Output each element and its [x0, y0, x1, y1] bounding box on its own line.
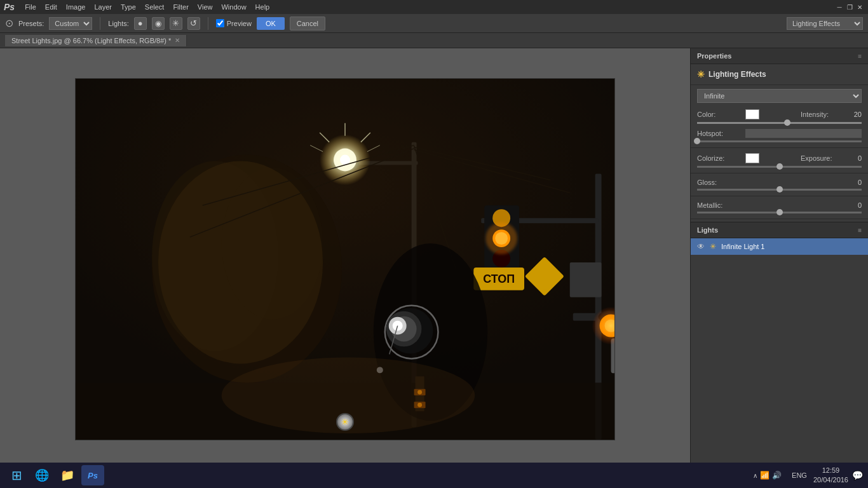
document-canvas[interactable]: СТОП	[75, 78, 615, 440]
notification-icon[interactable]: 💬	[852, 470, 863, 480]
intensity-label: Intensity:	[801, 111, 845, 118]
lights-header-left: Lights	[697, 226, 718, 234]
clock-time: 12:59	[813, 466, 848, 475]
window-controls: ─ ❐ ✕	[835, 3, 864, 11]
colorize-swatch[interactable]	[745, 153, 759, 163]
properties-header: Properties ≡	[691, 48, 868, 64]
exposure-value: 0	[849, 154, 862, 162]
light-type-dropdown[interactable]: Infinite Point Spot	[697, 89, 862, 103]
hotspot-slider-track[interactable]	[697, 140, 862, 142]
preview-check[interactable]: Preview	[216, 19, 252, 27]
clock-date: 20/04/2016	[813, 475, 848, 485]
menu-select[interactable]: Select	[141, 2, 168, 12]
infinite-light-icon[interactable]: ✳	[170, 17, 182, 30]
hotspot-slider-thumb[interactable]	[694, 138, 700, 144]
explorer-icon: 📁	[60, 468, 74, 482]
separator	[100, 17, 100, 30]
restore-button[interactable]: ❐	[845, 3, 854, 11]
photoshop-icon: Ps	[88, 471, 98, 480]
lights-header-label: Lights	[697, 226, 718, 234]
language-indicator: ENG	[789, 471, 810, 479]
spot-light-icon[interactable]: ◉	[152, 17, 165, 30]
menu-window[interactable]: Window	[217, 2, 250, 12]
taskbar-app-explorer[interactable]: 📁	[56, 465, 79, 485]
ok-button[interactable]: OK	[257, 17, 285, 30]
exposure-label: Exposure:	[801, 154, 845, 162]
cancel-button[interactable]: Cancel	[290, 17, 325, 30]
color-swatch[interactable]	[745, 109, 759, 119]
document-tab[interactable]: Street Lights.jpg @ 66.7% (Light Effects…	[5, 35, 187, 46]
svg-point-29	[485, 222, 517, 254]
intensity-slider-track[interactable]	[697, 122, 862, 124]
metallic-value: 0	[849, 201, 862, 209]
menu-view[interactable]: View	[194, 2, 217, 12]
tab-title: Street Lights.jpg @ 66.7% (Light Effects…	[11, 37, 171, 44]
app-logo: Ps	[4, 2, 15, 12]
minimize-button[interactable]: ─	[835, 3, 844, 11]
lights-header: Lights ≡	[691, 222, 868, 238]
hotspot-row: Hotspot:	[691, 126, 868, 140]
presets-dropdown[interactable]: Custom	[49, 17, 92, 30]
metallic-slider-thumb[interactable]	[776, 209, 783, 215]
properties-title: Properties	[697, 52, 731, 60]
preview-checkbox[interactable]	[216, 19, 224, 27]
metallic-slider-row	[691, 212, 868, 216]
properties-options-icon[interactable]: ≡	[858, 53, 862, 60]
exposure-slider-thumb[interactable]	[776, 163, 783, 170]
lighting-effects-icon: ✳	[697, 69, 705, 79]
menu-bar: File Edit Image Layer Type Select Filter…	[21, 2, 273, 12]
menu-edit[interactable]: Edit	[41, 2, 61, 12]
properties-panel: Properties ≡ ✳ Lighting Effects Infinite…	[691, 48, 868, 222]
menu-file[interactable]: File	[21, 2, 40, 12]
menu-type[interactable]: Type	[117, 2, 140, 12]
svg-point-5	[158, 161, 323, 364]
taskbar-right: ∧ 📶 🔊 ENG 12:59 20/04/2016 💬	[749, 466, 863, 485]
network-icon: 📶	[760, 471, 770, 480]
lights-panel-expand-icon[interactable]: ≡	[858, 227, 862, 234]
taskbar-app-photoshop[interactable]: Ps	[81, 465, 104, 485]
options-bar: ⊙ Presets: Custom Lights: ● ◉ ✳ ↺ Previe…	[0, 14, 868, 33]
metallic-slider-track[interactable]	[697, 212, 862, 214]
tab-close-icon[interactable]: ✕	[175, 37, 180, 44]
taskbar-app-chrome[interactable]: 🌐	[31, 465, 53, 485]
divider4	[691, 219, 868, 219]
exposure-slider-track[interactable]	[697, 166, 862, 168]
light-item[interactable]: 👁 ✳ Infinite Light 1	[691, 238, 868, 255]
intensity-slider-row	[691, 122, 868, 126]
hotspot-slider-row	[691, 140, 868, 145]
menu-layer[interactable]: Layer	[90, 2, 116, 12]
gloss-value: 0	[849, 179, 862, 186]
lighting-effects-dropdown[interactable]: Lighting Effects	[787, 17, 863, 30]
svg-text:СТОП: СТОП	[483, 273, 515, 285]
expand-tray-icon[interactable]: ∧	[753, 472, 757, 479]
eye-visibility-icon[interactable]: 👁	[697, 242, 705, 251]
reset-icon[interactable]: ↺	[187, 17, 200, 30]
start-button[interactable]: ⊞	[5, 465, 28, 485]
menu-image[interactable]: Image	[62, 2, 90, 12]
gloss-label: Gloss:	[697, 179, 742, 186]
gloss-slider-thumb[interactable]	[776, 186, 783, 193]
color-label: Color:	[697, 111, 742, 118]
presets-label: Presets:	[18, 20, 44, 27]
right-panel: Properties ≡ ✳ Lighting Effects Infinite…	[690, 48, 868, 470]
canvas-svg: СТОП	[76, 79, 614, 440]
hotspot-label: Hotspot:	[697, 130, 742, 137]
clock: 12:59 20/04/2016	[813, 466, 848, 485]
close-button[interactable]: ✕	[855, 3, 864, 11]
menu-help[interactable]: Help	[252, 2, 274, 12]
lights-label: Lights:	[108, 20, 128, 27]
system-tray: ∧ 📶 🔊	[749, 471, 785, 480]
metallic-label: Metallic:	[697, 201, 742, 209]
intensity-slider-thumb[interactable]	[784, 119, 790, 126]
start-icon: ⊞	[11, 468, 22, 483]
canvas-area[interactable]: СТОП	[0, 48, 690, 470]
tab-bar: Street Lights.jpg @ 66.7% (Light Effects…	[0, 33, 868, 48]
titlebar: Ps File Edit Image Layer Type Select Fil…	[0, 0, 868, 14]
divider1	[691, 147, 868, 148]
canvas-light-control[interactable]: ✳	[336, 413, 354, 431]
menu-filter[interactable]: Filter	[169, 2, 192, 12]
point-light-icon[interactable]: ●	[134, 17, 147, 30]
lights-section: Lights ≡ 👁 ✳ Infinite Light 1	[691, 222, 868, 470]
chrome-icon: 🌐	[35, 468, 49, 482]
gloss-slider-track[interactable]	[697, 189, 862, 191]
